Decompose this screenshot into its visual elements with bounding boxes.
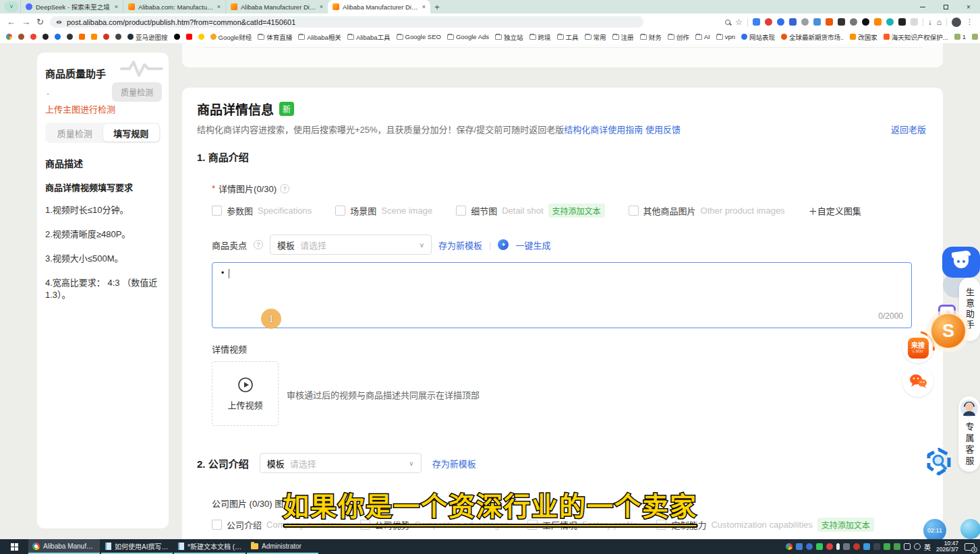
tray-icon[interactable]: [826, 543, 833, 550]
bookmark-folder[interactable]: AI: [695, 33, 710, 40]
taskbar-app-notepad[interactable]: *新建文本文档 (2).t...: [174, 539, 246, 554]
bookmark[interactable]: 海天知识产权保护...: [884, 32, 948, 42]
dedicated-service-widget[interactable]: 专属客服: [958, 396, 980, 472]
custom-gallery-button[interactable]: ＋自定义图集: [809, 204, 861, 217]
maximize-button[interactable]: [934, 0, 957, 13]
bookmark-folder[interactable]: Google Ads: [447, 33, 489, 40]
tray-icon[interactable]: [796, 543, 803, 550]
bookmark-folder[interactable]: Alibaba工具: [347, 32, 391, 42]
one-click-generate-link[interactable]: 一键生成: [515, 239, 550, 251]
bookmark-folder[interactable]: 体育直播: [258, 32, 292, 42]
bookmark-folder[interactable]: Google SEO: [397, 33, 441, 40]
recording-timer-bubble[interactable]: 02:11: [923, 519, 946, 542]
bookmark-folder[interactable]: 工具: [557, 32, 579, 42]
bookmark[interactable]: 全球最新期货市场..: [781, 32, 844, 42]
tray-icon[interactable]: [853, 543, 860, 550]
extension-icon[interactable]: [862, 18, 869, 26]
chat-float-icon[interactable]: [960, 519, 980, 539]
taskbar-app-notepad[interactable]: 如何使用AI撰写产...: [101, 539, 173, 554]
ai-generate-icon[interactable]: ✦: [498, 239, 509, 250]
minimize-button[interactable]: [911, 0, 934, 13]
save-as-template-link[interactable]: 存为新模板: [432, 457, 476, 470]
bookmark-folder[interactable]: 财务: [640, 32, 662, 42]
extension-icon[interactable]: [850, 18, 857, 26]
zoom-icon[interactable]: [725, 20, 730, 25]
extension-icon[interactable]: [801, 18, 809, 26]
bookmark[interactable]: 1: [954, 33, 966, 40]
browser-menu-icon[interactable]: ⋮: [966, 18, 973, 26]
translate-icon[interactable]: [813, 18, 821, 26]
tray-message-icon[interactable]: [816, 543, 823, 550]
tray-chrome-icon[interactable]: [786, 543, 792, 550]
checkbox-scene-image[interactable]: 场景图Scene image: [335, 204, 432, 217]
tray-speaker-icon[interactable]: [914, 543, 921, 550]
wechat-float-icon[interactable]: [902, 366, 933, 397]
tab-close-icon[interactable]: ×: [320, 3, 323, 10]
tracking-protection-icon[interactable]: [56, 20, 62, 24]
profile-avatar[interactable]: [952, 18, 961, 27]
tray-mic-icon[interactable]: [836, 543, 840, 550]
feedback-link[interactable]: 使用反馈: [645, 125, 681, 135]
taskbar-clock[interactable]: 10:472026/3/7: [936, 541, 958, 553]
save-as-template-link[interactable]: 存为新模板: [438, 239, 482, 251]
bookmark[interactable]: 网站表现: [741, 32, 775, 42]
checkbox-icon[interactable]: [629, 206, 639, 216]
checkbox-specifications[interactable]: 参数图Specifications: [212, 204, 312, 217]
tiktok-icon[interactable]: [174, 34, 180, 40]
tab-fill-rules[interactable]: 填写规则: [103, 124, 160, 142]
bookmark-folder[interactable]: 注册: [612, 32, 634, 42]
bookmark-folder[interactable]: 跨境: [529, 32, 551, 42]
downloads-icon[interactable]: ↓: [928, 18, 932, 27]
browser-tab-active[interactable]: Alibaba Manufacturer Direct... ×: [328, 0, 430, 13]
extension-icon[interactable]: [874, 18, 882, 26]
help-question-icon[interactable]: ?: [254, 240, 263, 249]
bookmark[interactable]: 改国家: [850, 32, 877, 42]
extension-icon[interactable]: [898, 18, 906, 26]
close-button[interactable]: ×: [957, 0, 980, 13]
checkbox-detail-shot[interactable]: 细节图Detail shot 支持添加文本: [456, 204, 604, 218]
favicon-icon[interactable]: [67, 34, 73, 40]
gmail-icon[interactable]: [30, 34, 36, 40]
extension-icon[interactable]: [789, 18, 797, 26]
selling-point-textarea[interactable]: • 0/2000: [212, 262, 912, 328]
laisou-float-icon[interactable]: 来搜 L·SOU: [902, 332, 933, 363]
tray-screenshot-icon[interactable]: [843, 543, 850, 550]
checkbox-other-product-images[interactable]: 其他商品图片Other product images: [629, 204, 785, 217]
checkbox-icon[interactable]: [212, 206, 222, 216]
new-tab-button[interactable]: +: [430, 0, 444, 13]
action-center-icon[interactable]: 1: [964, 543, 975, 551]
bookmark[interactable]: Google财经: [210, 32, 252, 42]
template-select[interactable]: 模板 请选择 ∨: [260, 453, 422, 473]
template-select[interactable]: 模板 请选择 ∨: [270, 235, 432, 255]
tab-search-chevron-icon[interactable]: ˅: [4, 1, 19, 12]
taskbar-app-chrome[interactable]: Alibaba Manufact...: [28, 539, 100, 554]
business-assistant-icon[interactable]: [942, 247, 980, 278]
bookmark-star-icon[interactable]: ☆: [735, 18, 743, 27]
favicon-icon[interactable]: [103, 34, 109, 40]
extension-icon[interactable]: [753, 18, 760, 26]
bookmark[interactable]: 2: [972, 33, 980, 40]
search-hexagon-icon[interactable]: [925, 448, 953, 476]
bookmark-folder[interactable]: vpn: [716, 33, 735, 40]
browser-tab[interactable]: DeepSeek - 探索未至之境 ×: [20, 0, 123, 13]
extension-icon[interactable]: [765, 18, 772, 26]
bookmark-folder[interactable]: 创作: [668, 32, 689, 42]
favicon-icon[interactable]: [6, 34, 12, 40]
checkbox-icon[interactable]: [212, 520, 222, 530]
browser-tab[interactable]: Alibaba Manufacturer Direct... ×: [225, 0, 328, 13]
extension-icon[interactable]: [886, 18, 894, 26]
youtube-icon[interactable]: [186, 34, 192, 40]
extension-icon[interactable]: [838, 18, 845, 26]
quality-check-button[interactable]: 质量检测: [112, 82, 162, 102]
browser-tab[interactable]: Alibaba.com: Manufacturers... ×: [123, 0, 225, 13]
back-icon[interactable]: ←: [7, 17, 16, 27]
tray-icon[interactable]: [863, 543, 870, 550]
checkbox-icon[interactable]: [456, 206, 466, 216]
tray-icon[interactable]: [884, 543, 890, 550]
favicon-icon[interactable]: [79, 34, 85, 40]
tab-close-icon[interactable]: ×: [217, 3, 221, 10]
bookmark[interactable]: 亚马逊图搜: [127, 32, 168, 42]
tray-shield-icon[interactable]: [806, 543, 813, 550]
extension-icon[interactable]: [826, 18, 833, 26]
address-bar[interactable]: post.alibaba.com/product/publish.htm?fro…: [50, 16, 643, 28]
